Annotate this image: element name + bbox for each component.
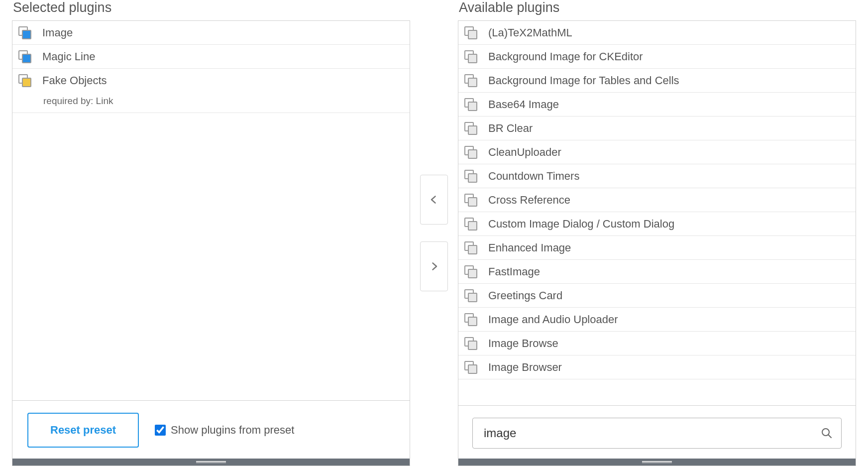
move-left-button[interactable] bbox=[420, 175, 448, 225]
plugin-type-icon bbox=[18, 50, 31, 63]
list-item[interactable]: Countdown Timers bbox=[458, 164, 856, 188]
plugin-type-icon bbox=[464, 170, 477, 183]
list-item-subtext: required by: Link bbox=[12, 93, 410, 113]
list-item-label: CleanUploader bbox=[488, 146, 561, 159]
list-item[interactable]: Background Image for CKEditor bbox=[458, 45, 856, 69]
selected-resize-handle[interactable] bbox=[12, 459, 410, 466]
available-plugins-panel: Available plugins (La)TeX2MathMLBackgrou… bbox=[458, 0, 856, 466]
list-item-label: Enhanced Image bbox=[488, 241, 571, 254]
list-item-label: Custom Image Dialog / Custom Dialog bbox=[488, 218, 674, 231]
list-item-label: Base64 Image bbox=[488, 98, 559, 111]
plugin-type-icon bbox=[464, 313, 477, 326]
list-item[interactable]: Fake Objects bbox=[12, 69, 410, 93]
selected-plugins-list: ImageMagic LineFake Objectsrequired by: … bbox=[12, 21, 410, 400]
list-item-label: BR Clear bbox=[488, 122, 533, 135]
show-from-preset-checkbox[interactable] bbox=[155, 425, 166, 436]
list-item-label: Image Browser bbox=[488, 361, 562, 374]
plugin-type-icon bbox=[464, 194, 477, 207]
list-item[interactable]: Custom Image Dialog / Custom Dialog bbox=[458, 212, 856, 236]
list-item-label: Countdown Timers bbox=[488, 170, 579, 183]
list-item-label: Greetings Card bbox=[488, 289, 562, 302]
svg-line-1 bbox=[828, 435, 831, 438]
list-item-label: FastImage bbox=[488, 265, 540, 278]
chevron-right-icon bbox=[429, 259, 439, 273]
plugin-type-icon bbox=[464, 122, 477, 135]
list-item[interactable]: (La)TeX2MathML bbox=[458, 21, 856, 45]
list-item[interactable]: Image bbox=[12, 21, 410, 45]
reset-preset-button[interactable]: Reset preset bbox=[27, 413, 139, 448]
list-item-label: Image bbox=[42, 26, 73, 39]
plugin-type-icon bbox=[18, 26, 31, 39]
selected-plugins-title: Selected plugins bbox=[12, 0, 410, 20]
show-from-preset-toggle[interactable]: Show plugins from preset bbox=[155, 424, 294, 437]
list-item-label: Fake Objects bbox=[42, 74, 107, 87]
list-item-label: (La)TeX2MathML bbox=[488, 26, 572, 39]
search-input[interactable] bbox=[472, 418, 842, 449]
list-item[interactable]: Image and Audio Uploader bbox=[458, 308, 856, 332]
available-resize-handle[interactable] bbox=[458, 459, 856, 466]
available-plugins-list[interactable]: (La)TeX2MathMLBackground Image for CKEdi… bbox=[458, 21, 856, 405]
plugin-type-icon bbox=[464, 74, 477, 87]
plugin-type-icon bbox=[464, 50, 477, 63]
list-item[interactable]: BR Clear bbox=[458, 116, 856, 140]
list-item-label: Image Browse bbox=[488, 337, 558, 350]
plugin-type-icon bbox=[464, 361, 477, 374]
list-item[interactable]: Background Image for Tables and Cells bbox=[458, 69, 856, 93]
list-item[interactable]: FastImage bbox=[458, 260, 856, 284]
list-item-label: Cross Reference bbox=[488, 194, 570, 207]
plugin-type-icon bbox=[464, 337, 477, 350]
list-item[interactable]: Image Browser bbox=[458, 355, 856, 379]
list-item[interactable]: CleanUploader bbox=[458, 140, 856, 164]
list-item-label: Magic Line bbox=[42, 50, 95, 63]
show-from-preset-label: Show plugins from preset bbox=[171, 424, 294, 437]
available-footer bbox=[458, 405, 856, 459]
list-item-label: Image and Audio Uploader bbox=[488, 313, 618, 326]
list-item-label: Background Image for CKEditor bbox=[488, 50, 643, 63]
selected-plugins-panel: Selected plugins ImageMagic LineFake Obj… bbox=[12, 0, 410, 466]
available-plugins-title: Available plugins bbox=[458, 0, 856, 20]
plugin-type-icon bbox=[464, 241, 477, 254]
transfer-controls bbox=[420, 0, 448, 466]
available-plugins-box: (La)TeX2MathMLBackground Image for CKEdi… bbox=[458, 20, 856, 466]
plugin-type-icon bbox=[464, 146, 477, 159]
plugin-type-icon bbox=[464, 98, 477, 111]
list-item[interactable]: Enhanced Image bbox=[458, 236, 856, 260]
list-item[interactable]: Magic Line bbox=[12, 45, 410, 69]
plugin-type-icon bbox=[464, 265, 477, 278]
list-item[interactable]: Greetings Card bbox=[458, 284, 856, 308]
move-right-button[interactable] bbox=[420, 241, 448, 291]
selected-plugins-box: ImageMagic LineFake Objectsrequired by: … bbox=[12, 20, 410, 466]
list-item[interactable]: Image Browse bbox=[458, 332, 856, 355]
plugin-type-icon bbox=[464, 26, 477, 39]
list-item[interactable]: Cross Reference bbox=[458, 188, 856, 212]
list-item[interactable]: Base64 Image bbox=[458, 93, 856, 116]
plugin-type-icon bbox=[18, 74, 31, 87]
chevron-left-icon bbox=[429, 193, 439, 207]
plugin-type-icon bbox=[464, 218, 477, 231]
plugin-type-icon bbox=[464, 289, 477, 302]
list-item-label: Background Image for Tables and Cells bbox=[488, 74, 679, 87]
search-icon bbox=[821, 427, 833, 439]
selected-footer: Reset preset Show plugins from preset bbox=[12, 400, 410, 459]
